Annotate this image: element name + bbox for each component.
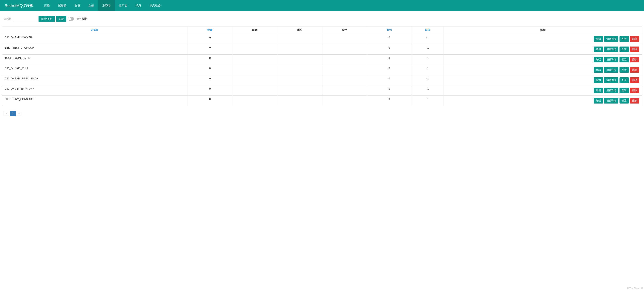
cell-version [232,54,277,65]
table-row: CID_ONSAPI_PULL00-1终端消费详情配置删除 [2,65,642,75]
pagination-wrap: « 1 » [0,106,644,121]
cell-delay: -1 [412,54,444,65]
delete-button[interactable]: 删除 [630,77,639,83]
config-button[interactable]: 配置 [620,67,629,73]
config-button[interactable]: 配置 [620,77,629,83]
col-header-tps[interactable]: TPS [367,27,412,34]
nav-link[interactable]: 驾驶舱 [54,0,70,11]
cell-tps: 0 [367,85,412,96]
nav-item-0[interactable]: 运维 [40,0,54,11]
consume-detail-button[interactable]: 消费详情 [604,67,618,73]
cell-quantity: 0 [188,75,232,85]
pagination: « 1 » [4,111,22,116]
col-header-mode: 模式 [322,27,367,34]
filter-input[interactable] [14,17,37,21]
add-update-button[interactable]: 新增/ 更新 [38,16,55,22]
cell-mode [322,34,367,44]
cell-type [277,54,322,65]
consume-detail-button[interactable]: 消费详情 [604,77,618,83]
cell-quantity: 0 [188,65,232,75]
page-prev[interactable]: « [4,111,10,116]
nav-link[interactable]: 集群 [70,0,84,11]
consumer-table: 订阅组 数量 版本 类型 模式 TPS 延迟 操作 CID_ONSAPI_OWN… [2,26,642,106]
cell-quantity: 0 [188,85,232,96]
terminal-button[interactable]: 终端 [594,88,603,93]
cell-delay: -1 [412,65,444,75]
terminal-button[interactable]: 终端 [594,77,603,83]
nav-item-5[interactable]: 生产者 [115,0,132,11]
terminal-button[interactable]: 终端 [594,67,603,73]
delete-button[interactable]: 删除 [630,57,639,62]
cell-delay: -1 [412,44,444,54]
cell-mode [322,96,367,106]
config-button[interactable]: 配置 [620,46,629,52]
cell-group: CID_ONS-HTTP-PROXY [2,85,188,96]
col-header-actions: 操作 [444,27,642,34]
cell-type [277,44,322,54]
navbar-brand[interactable]: RocketMQ仪表板 [2,0,36,11]
terminal-button[interactable]: 终端 [594,98,603,103]
terminal-button[interactable]: 终端 [594,57,603,62]
cell-delay: -1 [412,34,444,44]
page-next[interactable]: » [16,111,22,116]
cell-tps: 0 [367,34,412,44]
nav-item-3[interactable]: 主题 [84,0,98,11]
delete-button[interactable]: 删除 [630,46,639,52]
cell-quantity: 0 [188,96,232,106]
nav-link[interactable]: 生产者 [115,0,132,11]
config-button[interactable]: 配置 [620,36,629,42]
delete-button[interactable]: 删除 [630,98,639,103]
col-header-type: 类型 [277,27,322,34]
cell-type [277,65,322,75]
cell-version [232,65,277,75]
cell-mode [322,44,367,54]
col-header-quantity[interactable]: 数量 [188,27,232,34]
nav-item-6[interactable]: 消息 [132,0,145,11]
cell-group: SELF_TEST_C_GROUP [2,44,188,54]
config-button[interactable]: 配置 [620,57,629,62]
cell-actions: 终端消费详情配置删除 [444,54,642,65]
nav-item-1[interactable]: 驾驶舱 [54,0,70,11]
nav-link[interactable]: 主题 [84,0,98,11]
nav-item-7[interactable]: 消息轨迹 [145,0,165,11]
nav-link[interactable]: 运维 [40,0,54,11]
consume-detail-button[interactable]: 消费详情 [604,46,618,52]
cell-quantity: 0 [188,44,232,54]
cell-mode [322,65,367,75]
nav-item-2[interactable]: 集群 [70,0,84,11]
auto-refresh-toggle[interactable] [68,17,74,20]
cell-actions: 终端消费详情配置删除 [444,85,642,96]
terminal-button[interactable]: 终端 [594,46,603,52]
delete-button[interactable]: 删除 [630,36,639,42]
cell-version [232,75,277,85]
cell-delay: -1 [412,85,444,96]
consume-detail-button[interactable]: 消费详情 [604,36,618,42]
col-header-delay[interactable]: 延迟 [412,27,444,34]
cell-tps: 0 [367,44,412,54]
config-button[interactable]: 配置 [620,88,629,93]
nav-link[interactable]: 消费者 [98,0,115,11]
page-1[interactable]: 1 [10,111,16,116]
cell-type [277,75,322,85]
cell-tps: 0 [367,96,412,106]
nav-item-4[interactable]: 消费者 [98,0,115,11]
refresh-button[interactable]: 刷新 [56,16,66,22]
consume-detail-button[interactable]: 消费详情 [604,98,618,103]
consume-detail-button[interactable]: 消费详情 [604,57,618,62]
nav-link[interactable]: 消息 [132,0,145,11]
cell-delay: -1 [412,96,444,106]
delete-button[interactable]: 删除 [630,67,639,73]
consumer-table-wrap: 订阅组 数量 版本 类型 模式 TPS 延迟 操作 CID_ONSAPI_OWN… [0,24,644,106]
consume-detail-button[interactable]: 消费详情 [604,88,618,93]
cell-group: CID_ONSAPI_PERMISSION [2,75,188,85]
nav-link[interactable]: 消息轨迹 [145,0,165,11]
table-row: SELF_TEST_C_GROUP00-1终端消费详情配置删除 [2,44,642,54]
cell-actions: 终端消费详情配置删除 [444,96,642,106]
table-row: CID_ONS-HTTP-PROXY00-1终端消费详情配置删除 [2,85,642,96]
cell-version [232,34,277,44]
col-header-group[interactable]: 订阅组 [2,27,188,34]
cell-tps: 0 [367,65,412,75]
terminal-button[interactable]: 终端 [594,36,603,42]
config-button[interactable]: 配置 [620,98,629,103]
delete-button[interactable]: 删除 [630,88,639,93]
